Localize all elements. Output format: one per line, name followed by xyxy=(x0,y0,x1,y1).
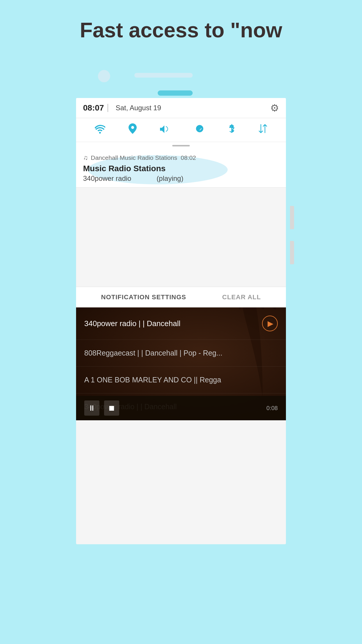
volume-icon[interactable] xyxy=(160,124,171,136)
playback-bar: ⏸ ⏹ 0:08 xyxy=(76,396,286,420)
notification-empty-area xyxy=(76,188,286,287)
notification-footer: NOTIFICATION SETTINGS CLEAR ALL xyxy=(76,287,286,307)
phone-side-button-1 xyxy=(290,206,294,229)
radio-item-3[interactable]: A 1 ONE BOB MARLEY AND CO || Regga xyxy=(76,367,286,393)
status-date: Sat, August 19 xyxy=(116,104,161,112)
pause-icon: ⏸ xyxy=(88,404,96,413)
notification-panel: ♫ Dancehall Music Radio Stations 08:02 M… xyxy=(76,149,286,188)
notification-station: 340power radio xyxy=(83,174,131,182)
radio-item-1-text: 340power radio | | Dancehall xyxy=(84,318,257,329)
page-headline: Fast access to "now xyxy=(57,0,305,54)
radio-item-1-row: 340power radio | | Dancehall ▶ xyxy=(84,316,278,331)
pause-button[interactable]: ⏸ xyxy=(84,400,99,416)
notification-subtitle: 340power radio (playing) xyxy=(83,174,279,183)
notification-settings-button[interactable]: NOTIFICATION SETTINGS xyxy=(101,293,186,301)
status-time: 08:07 xyxy=(83,103,104,113)
location-icon[interactable] xyxy=(129,123,137,136)
settings-gear-icon[interactable]: ⚙ xyxy=(270,102,279,114)
phone-mockup: 08:07 Sat, August 19 ⚙ xyxy=(70,60,292,550)
phone-speaker xyxy=(134,73,193,78)
app-screen: 340power radio | | Dancehall ▶ 808Reggae… xyxy=(76,307,286,420)
wifi-icon[interactable] xyxy=(95,124,105,136)
status-divider xyxy=(108,104,108,112)
status-bar-left: 08:07 Sat, August 19 xyxy=(83,103,161,113)
radio-item-3-row: A 1 ONE BOB MARLEY AND CO || Regga xyxy=(84,375,278,385)
notification-app-name: Dancehall Music Radio Stations xyxy=(91,154,177,161)
radio-item-2-row: 808Reggaecast | | Dancehall | Pop - Reg.… xyxy=(84,348,278,358)
notification-status: (playing) xyxy=(157,174,183,182)
stop-icon: ⏹ xyxy=(108,404,115,413)
playback-time: 0:08 xyxy=(266,405,278,412)
music-note-icon: ♫ xyxy=(83,154,88,162)
notification-header: ♫ Dancehall Music Radio Stations 08:02 xyxy=(83,154,279,162)
clear-all-button[interactable]: CLEAR ALL xyxy=(222,293,261,301)
stop-button[interactable]: ⏹ xyxy=(104,400,119,416)
drag-handle[interactable] xyxy=(76,142,286,149)
play-icon-1: ▶ xyxy=(268,319,273,328)
phone-camera xyxy=(98,70,110,82)
radio-item-3-text: A 1 ONE BOB MARLEY AND CO || Regga xyxy=(84,375,278,385)
phone-screen: 08:07 Sat, August 19 ⚙ xyxy=(76,98,286,544)
phone-home-indicator xyxy=(158,90,193,96)
bluetooth-icon[interactable] xyxy=(228,123,235,136)
notification-time: 08:02 xyxy=(181,154,196,161)
notification-title: Music Radio Stations xyxy=(83,164,279,173)
radio-item-2-text: 808Reggaecast | | Dancehall | Pop - Reg.… xyxy=(84,348,278,358)
notification-item[interactable]: ♫ Dancehall Music Radio Stations 08:02 M… xyxy=(76,149,286,188)
radio-item-2[interactable]: 808Reggaecast | | Dancehall | Pop - Reg.… xyxy=(76,340,286,367)
data-transfer-icon[interactable] xyxy=(259,123,267,136)
quick-settings-bar xyxy=(76,118,286,142)
play-button-1[interactable]: ▶ xyxy=(262,316,278,331)
phone-side-button-2 xyxy=(290,241,294,264)
status-bar: 08:07 Sat, August 19 ⚙ xyxy=(76,98,286,118)
notification-content: ♫ Dancehall Music Radio Stations 08:02 M… xyxy=(83,154,279,183)
drag-handle-bar xyxy=(172,145,190,146)
radio-item-1[interactable]: 340power radio | | Dancehall ▶ xyxy=(76,307,286,340)
playback-controls: ⏸ ⏹ xyxy=(84,400,119,416)
sync-icon[interactable] xyxy=(194,123,205,136)
